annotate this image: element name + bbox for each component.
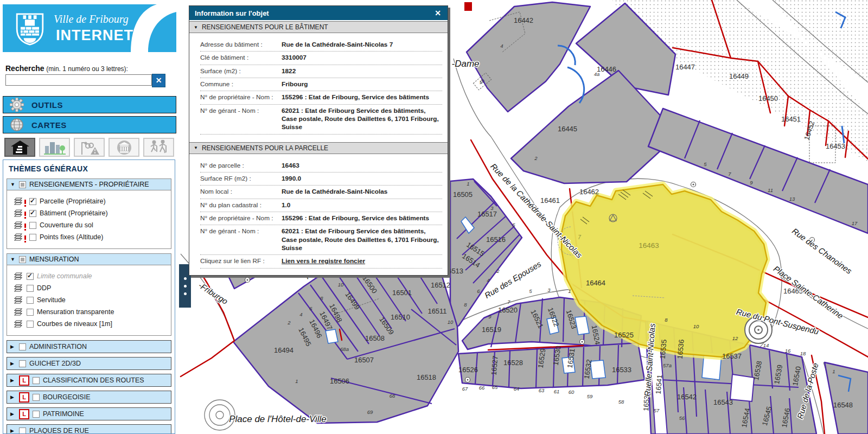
house-number-label: 60 [569,389,575,395]
layers-icon [14,221,23,229]
field-value: 62021 : Etat de Fribourg Service des bât… [282,107,442,132]
group-checkbox[interactable] [19,360,26,367]
item-checkbox[interactable] [27,297,34,304]
group-checkbox[interactable] [33,411,40,418]
street-name-label: -Friburgo [197,280,229,306]
parcel-number-label: 16446 [597,65,616,73]
banner-swoosh-decoration [130,4,176,52]
house-number-label: 2 [496,268,500,274]
house-number-label: 1 [832,368,835,374]
group-checkbox[interactable] [19,256,26,263]
parcel-number-label: 16528 [503,359,523,367]
item-checkbox[interactable] [29,222,36,229]
layer-group-collapsed[interactable]: ▶LBOURGEOISIE [7,391,171,404]
layer-group-label: MENSURATION [29,256,79,263]
caret-down-icon: ▼ [10,182,16,187]
layers-icon [14,233,23,241]
house-number-label: 4 [299,311,302,317]
item-checkbox[interactable] [27,321,34,328]
layer-info-icon [24,200,26,207]
caret-down-icon: ▼ [194,145,198,150]
item-checkbox[interactable] [27,273,34,280]
item-checkbox[interactable] [27,309,34,316]
house-number-label: 67 [462,386,468,392]
layer-group-collapsed[interactable]: ▶LCLASSIFICATION DES ROUTES [7,374,171,387]
tool-building-info-button[interactable] [4,138,35,157]
dialog-section-header[interactable]: ▼RENSEIGNEMENTS POUR LE BÂTIMENT [189,21,448,33]
tool-city-trees-button[interactable] [39,138,70,157]
house-number-label: 6 [477,288,480,294]
accordion-cartes[interactable]: CARTES [3,116,176,133]
layer-group-label: BOURGEOISIE [43,393,91,401]
layer-group-collapsed[interactable]: ▶ADMINISTRATION [7,340,171,353]
layer-group-collapsed[interactable]: ▶PLAQUES DE RUE [7,424,171,434]
tool-street-equipment-button[interactable] [74,138,105,157]
layer-info-icon [24,212,26,219]
field-label: Clé de bâtiment : [200,54,282,62]
parcel-number-label: 16507 [354,356,374,364]
caret-right-icon: ▶ [10,411,16,417]
red-structure [464,2,472,11]
layer-group-collapsed[interactable]: ▶LPATRIMOINE [7,407,171,420]
legend-icon: L [19,375,29,386]
themes-panel: THÈMES GÉNÉRAUX ▼RENSEIGNEMENTS - PROPRI… [3,159,175,434]
dialog-row: N° de propriétaire - Nom :155296 : Etat … [200,212,442,225]
registry-link[interactable]: Lien vers le registre foncier [282,257,442,265]
layer-group-header[interactable]: ▼MENSURATION [7,254,171,265]
layer-item: Bâtiment (Propriétaire) [14,207,169,219]
house-number-label: 61 [554,388,560,394]
item-checkbox[interactable] [29,234,36,241]
layers-icon [14,197,23,206]
item-checkbox[interactable] [27,285,34,292]
house-number-label: 1 [467,181,469,187]
tool-monument-button[interactable] [108,138,139,157]
sidebar: Ville de Fribourg INTERNET Recherche (mi… [0,0,179,434]
field-label: Surface (m2) : [200,67,282,75]
accordion-outils[interactable]: OUTILS [3,96,176,113]
caret-right-icon: ▶ [10,361,16,366]
parcel-number-label: 16511 [427,307,446,315]
house-number-label: 11 [768,187,773,193]
layer-group-collapsed[interactable]: ▶GUICHET 2D/3D [7,357,171,370]
hiking-icon [149,140,169,155]
group-checkbox[interactable] [19,343,26,350]
layer-item-label: Limite communale [37,272,92,280]
group-checkbox[interactable] [33,394,40,401]
layer-item-label: Courbes de niveaux [1m] [37,320,112,328]
item-checkbox[interactable] [29,210,36,217]
parcel-number-label: 16450 [758,94,778,103]
house-number-label: 13 [789,196,795,202]
group-checkbox[interactable] [33,377,40,384]
house-number-label: 9 [750,180,753,186]
layer-item: Couverture du sol [14,219,169,231]
group-checkbox[interactable] [19,181,26,188]
layer-group-label: GUICHET 2D/3D [29,360,81,367]
layer-group-label: RENSEIGNEMENTS - PROPRIÉTAIRE [29,181,149,188]
banner-subtitle: INTERNET [56,27,133,44]
search-clear-icon[interactable]: ✕ [152,74,165,87]
house-number-label: 3 [490,205,494,211]
dialog-section-header[interactable]: ▼RENSEIGNEMENTS POUR LA PARCELLE [189,142,448,154]
house-number-label: 57a [663,362,672,368]
gear-icon [10,98,24,112]
item-checkbox[interactable] [29,198,36,205]
house-number-label: 7 [507,299,510,305]
monument-icon [116,139,132,156]
globe-icon [10,118,24,132]
parcel-number-label: 16518 [417,373,436,381]
parcel-number-label: 16451 [781,115,801,123]
house-number-label: 2 [287,320,291,326]
search-input[interactable] [5,74,152,86]
building-info-icon [11,141,29,155]
house-number-label: 10 [338,282,344,288]
tool-hiking-button[interactable] [143,138,174,157]
field-label: N° de parcelle : [200,162,282,170]
house-number-label: 57 [654,407,660,413]
group-checkbox[interactable] [19,427,26,434]
close-icon[interactable]: ✕ [433,9,442,17]
field-label: N° de gérant - Nom : [200,107,282,132]
layer-group-header[interactable]: ▼RENSEIGNEMENTS - PROPRIÉTAIRE [7,179,171,190]
dialog-titlebar[interactable]: Information sur l'objet ✕ [189,6,448,20]
parcel-number-label: 16542 [677,393,697,401]
parcel-number-label: 16526 [458,366,478,374]
